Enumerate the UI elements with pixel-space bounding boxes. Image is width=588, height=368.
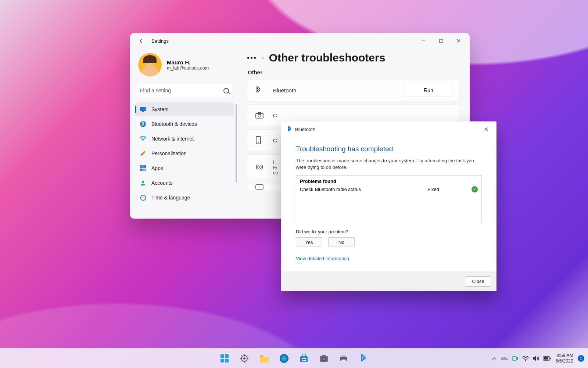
paintbrush-icon — [140, 150, 146, 157]
svg-rect-18 — [225, 354, 229, 358]
svg-rect-16 — [256, 185, 263, 189]
troubleshooter-label: Bluetooth — [273, 87, 296, 93]
yes-button[interactable]: Yes — [296, 237, 322, 247]
taskbar-camera-app[interactable] — [316, 350, 332, 367]
svg-rect-28 — [302, 360, 304, 361]
volume-icon[interactable] — [533, 355, 539, 361]
svg-rect-7 — [140, 169, 143, 171]
svg-point-14 — [258, 142, 259, 143]
taskbar-right: 8:59 AM 5/5/2022 1 — [492, 353, 584, 364]
taskbar-printer[interactable] — [336, 350, 352, 367]
dialog-heading: Troubleshooting has completed — [296, 145, 482, 153]
taskbar-store[interactable] — [296, 350, 312, 367]
notification-badge[interactable]: 1 — [578, 355, 584, 362]
taskbar-bluetooth[interactable] — [355, 350, 372, 367]
wifi-tray-icon[interactable] — [522, 356, 529, 361]
dialog-titlebar: Bluetooth — [281, 121, 496, 137]
svg-rect-26 — [302, 358, 304, 359]
avatar — [138, 53, 162, 77]
feedback-question: Did we fix your problem? — [296, 229, 482, 234]
svg-rect-1 — [140, 107, 146, 111]
dialog-close-button[interactable] — [479, 124, 494, 134]
close-window-button[interactable] — [450, 35, 467, 47]
onedrive-icon[interactable] — [501, 356, 508, 361]
sidebar-item-network[interactable]: Network & internet — [135, 132, 234, 146]
dialog-title: Bluetooth — [295, 127, 315, 132]
troubleshooter-label: I — [273, 159, 278, 165]
check-icon: ✓ — [472, 186, 478, 192]
close-button[interactable]: Close — [465, 276, 491, 287]
svg-point-15 — [259, 166, 260, 167]
clock-time: 8:59 AM — [556, 353, 573, 358]
sidebar-item-label: Bluetooth & devices — [151, 121, 197, 127]
search-placeholder: Find a setting — [140, 88, 223, 93]
svg-point-9 — [142, 181, 144, 183]
sidebar-item-label: Network & internet — [151, 136, 194, 142]
chevron-right-icon: › — [262, 55, 264, 61]
troubleshooter-sub: Fi — [273, 165, 278, 170]
tray-chevron-icon[interactable] — [492, 357, 496, 360]
camera-icon — [255, 112, 265, 118]
battery-icon[interactable] — [543, 356, 551, 361]
sidebar-item-accounts[interactable]: Accounts — [135, 176, 234, 190]
svg-point-38 — [525, 360, 526, 360]
problems-box: Problems found Check Bluetooth radio sta… — [296, 175, 482, 222]
svg-rect-6 — [143, 165, 146, 168]
sidebar-item-system[interactable]: System — [135, 102, 234, 116]
sidebar-item-label: Apps — [151, 165, 163, 171]
taskbar-settings[interactable] — [236, 350, 252, 367]
bluetooth-icon — [140, 121, 146, 127]
globe-clock-icon — [140, 194, 146, 201]
svg-rect-19 — [220, 359, 224, 362]
sidebar-item-label: Accounts — [151, 180, 173, 186]
taskbar-center — [216, 350, 372, 367]
apps-icon — [140, 165, 146, 171]
problem-row[interactable]: Check Bluetooth radio status Fixed ✓ — [300, 186, 478, 192]
svg-point-12 — [258, 114, 261, 117]
svg-rect-41 — [544, 357, 548, 360]
meet-now-icon[interactable] — [512, 356, 519, 361]
broadcast-icon — [255, 164, 265, 170]
search-input[interactable]: Find a setting — [136, 84, 233, 97]
svg-rect-8 — [143, 169, 146, 171]
start-button[interactable] — [216, 350, 233, 367]
back-button[interactable] — [136, 36, 146, 46]
svg-rect-35 — [341, 355, 346, 357]
svg-rect-37 — [512, 357, 516, 360]
run-button[interactable]: Run — [405, 84, 452, 96]
svg-rect-5 — [140, 165, 143, 168]
minimize-button[interactable] — [415, 35, 432, 47]
section-label: Other — [248, 69, 459, 75]
problem-name: Check Bluetooth radio status — [300, 187, 361, 192]
taskbar-explorer[interactable] — [256, 350, 272, 367]
clock-date: 5/5/2022 — [555, 358, 573, 364]
svg-rect-2 — [142, 111, 144, 112]
user-name: Mauro H. — [167, 59, 209, 66]
sidebar-item-label: System — [151, 106, 169, 112]
svg-rect-40 — [550, 358, 551, 359]
user-email: m_lab@outlook.com — [167, 66, 209, 71]
scrollbar[interactable] — [236, 104, 237, 183]
no-button[interactable]: No — [328, 237, 355, 247]
maximize-button[interactable] — [432, 35, 450, 47]
breadcrumb-overflow-button[interactable]: ••• — [247, 54, 257, 62]
view-details-link[interactable]: View detailed information — [296, 256, 482, 261]
sidebar-item-personalization[interactable]: Personalization — [135, 146, 234, 160]
sidebar-item-time[interactable]: Time & language — [135, 191, 234, 205]
svg-rect-25 — [300, 356, 308, 362]
taskbar-clock[interactable]: 8:59 AM 5/5/2022 — [555, 353, 573, 364]
troubleshooter-dialog: Bluetooth Troubleshooting has completed … — [281, 121, 496, 291]
troubleshooter-bluetooth[interactable]: Bluetooth Run — [247, 79, 459, 101]
device-icon — [255, 136, 265, 144]
window-titlebar: Settings — [130, 33, 470, 49]
taskbar: 8:59 AM 5/5/2022 1 — [0, 348, 588, 368]
profile-block[interactable]: Mauro H. m_lab@outlook.com — [135, 51, 234, 82]
dialog-footer: Close — [281, 272, 496, 291]
sidebar-item-apps[interactable]: Apps — [135, 161, 234, 175]
taskbar-edge[interactable] — [276, 350, 292, 367]
svg-rect-20 — [225, 359, 229, 362]
svg-rect-27 — [304, 358, 306, 359]
problems-header: Problems found — [300, 178, 478, 184]
sidebar-item-bluetooth[interactable]: Bluetooth & devices — [135, 117, 234, 131]
troubleshooter-label: C — [273, 112, 277, 118]
